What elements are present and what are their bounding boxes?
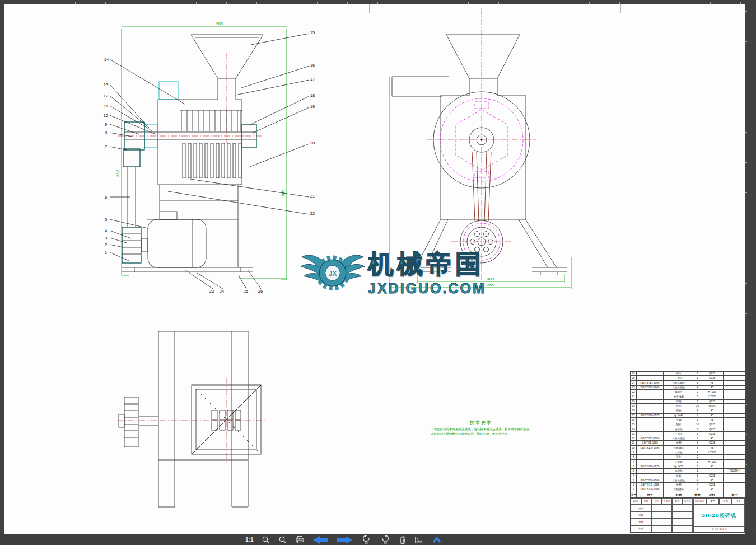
- svg-text:90: 90: [384, 542, 388, 545]
- stage-label: 阶段标记: [693, 498, 706, 505]
- bom-row: 20筛网1Q235: [631, 399, 746, 403]
- rotate-cw-button[interactable]: 90: [380, 535, 390, 544]
- callout-label: 13: [104, 82, 108, 87]
- bom-row: 17GB/T 1096-1979键 8×40145: [631, 413, 746, 417]
- side-hopper: [446, 35, 520, 96]
- sheet-boundary-marks: [370, 4, 620, 13]
- image-icon[interactable]: [415, 537, 423, 543]
- callout-label: 25: [244, 289, 248, 294]
- zoom-out-icon[interactable]: [279, 536, 287, 544]
- drawing-canvas[interactable]: 580 840 845: [4, 4, 745, 534]
- sig-label: 更改文件号: [662, 498, 673, 505]
- callout-label: 15: [310, 30, 315, 35]
- title-block-main: 阶段标记 重量 比例 1:1 SH-2B粉碎机 共 1 张 第 1 张: [693, 498, 745, 532]
- zoom-ratio-label[interactable]: 1:1: [245, 537, 253, 543]
- dimension-label: 840: [115, 170, 119, 177]
- weight-label: 重量: [706, 498, 719, 505]
- belt-drive: [122, 149, 141, 263]
- callout-label: 23: [209, 289, 214, 294]
- callout-label: 12: [104, 93, 108, 98]
- collapse-toolbar-button[interactable]: [432, 536, 441, 543]
- sig-label: 处数: [641, 498, 652, 505]
- callout-label: 14: [104, 57, 109, 62]
- scale-value: 1:1: [732, 498, 745, 505]
- frame-and-base: [122, 185, 253, 272]
- bom-row: 9大带轮1HT200: [631, 450, 746, 455]
- callout-leaders: [110, 34, 309, 289]
- callout-label: 17: [310, 77, 315, 82]
- sig-label: 签名: [672, 498, 683, 505]
- front-view: 580 840 845: [104, 22, 315, 294]
- housing-outline: [158, 100, 242, 185]
- role-label: 设计: [631, 505, 651, 511]
- technical-requirement-line: 1.装配前所有零件用煤油清洗，滚动轴承用汽油清洗，机体内不得有杂物。: [431, 427, 531, 431]
- bom-row: 25上机壳1Q235: [631, 376, 746, 380]
- title-block: 标记 处数 分区 更改文件号 签名 年月日 设计 校核 审核 批准 阶段标记: [630, 498, 745, 533]
- ruler-right[interactable]: [745, 4, 756, 534]
- technical-requirements: 技术要求 1.装配前所有零件用煤油清洗，滚动轴承用汽油清洗，机体内不得有杂物。 …: [431, 420, 531, 436]
- dimension-label: 580: [216, 22, 223, 26]
- sig-label: 年月日: [683, 498, 693, 505]
- bom-row: 4机架1Q235: [631, 473, 746, 478]
- parts-list-table: 26料斗1Q23525上机壳1Q23524GB/T 5781-1986六角头螺栓…: [630, 371, 746, 498]
- ruler-top: [0, 0, 756, 4]
- ruler-left: [0, 4, 4, 534]
- callout-label: 7: [105, 144, 107, 149]
- plan-view: [118, 331, 267, 507]
- bom-row: 14转子架1Q235: [631, 427, 746, 431]
- bom-row: 10GB/T 6170-1986六角螺母645: [631, 445, 746, 450]
- bom-row: 24GB/T 5781-1986六角头螺栓845: [631, 380, 746, 385]
- side-housing: [441, 95, 525, 219]
- bom-header: 序号: [631, 492, 637, 497]
- bom-row: 5电动机1Y112M-4: [631, 469, 746, 473]
- technical-requirements-title: 技术要求: [431, 420, 531, 426]
- bom-header: 备注: [724, 492, 746, 497]
- bom-row: 8V带2: [631, 455, 746, 459]
- title-block-signatures: 标记 处数 分区 更改文件号 签名 年月日 设计 校核 审核 批准: [631, 498, 693, 532]
- role-label: 批准: [631, 525, 651, 532]
- bom-row: 23GB/T 5782-1986六角头螺栓445: [631, 385, 746, 389]
- callout-label: 22: [310, 211, 315, 216]
- delete-icon[interactable]: [399, 536, 406, 544]
- bom-row: 22轴承座2HT200: [631, 390, 746, 394]
- callout-label: 3: [105, 236, 107, 241]
- prev-page-button[interactable]: [313, 536, 328, 544]
- parts-list: 26料斗1Q23525上机壳1Q23524GB/T 5781-1986六角头螺栓…: [630, 371, 745, 533]
- callout-label: 9: [105, 122, 107, 127]
- bom-row: 6GB/T 1096-1979键 8×50145: [631, 464, 746, 468]
- sig-label: 分区: [651, 498, 662, 505]
- bom-row: 13下机壳1Q235: [631, 431, 746, 436]
- front-centerlines: [118, 53, 263, 143]
- dimension-label: 665: [487, 283, 494, 287]
- callout-label: 11: [104, 104, 108, 109]
- pulley-top: [119, 397, 158, 447]
- callout-label: 21: [310, 194, 315, 199]
- rotor: [124, 110, 256, 178]
- bom-row: 26料斗1Q235: [631, 372, 746, 376]
- role-label: 审核: [631, 518, 651, 525]
- role-label: 校核: [631, 511, 651, 518]
- bom-header: 代号: [637, 492, 664, 497]
- bom-header: 名称: [664, 492, 694, 497]
- callout-label: 4: [105, 228, 107, 233]
- bom-row: 3GB/T 5780-1986六角头螺栓445: [631, 478, 746, 482]
- zoom-in-icon[interactable]: [262, 536, 270, 544]
- bom-row: 2GB/T 97.1-1985垫圈4Q235: [631, 483, 746, 487]
- drawing-title: SH-2B粉碎机: [693, 505, 745, 527]
- callout-label: 5: [105, 217, 107, 222]
- bom-row: 18销轴445: [631, 408, 746, 413]
- bottom-toolbar: 1:1 90 90: [0, 534, 756, 545]
- bom-row: 16主轴145: [631, 417, 746, 422]
- sheet-info: 共 1 张 第 1 张: [693, 527, 745, 532]
- plan-centerlines: [118, 378, 267, 462]
- plan-legs: [158, 460, 248, 507]
- plan-frame: [158, 331, 248, 460]
- rotate-ccw-button[interactable]: 90: [361, 535, 371, 544]
- callout-label: 1: [105, 250, 107, 255]
- grate-bars: [183, 143, 241, 178]
- next-page-button[interactable]: [337, 536, 352, 544]
- print-icon[interactable]: [296, 536, 304, 543]
- callout-label: 2: [105, 242, 107, 247]
- callout-label: 16: [310, 63, 315, 68]
- bom-row: 19锤片2465Mn: [631, 404, 746, 408]
